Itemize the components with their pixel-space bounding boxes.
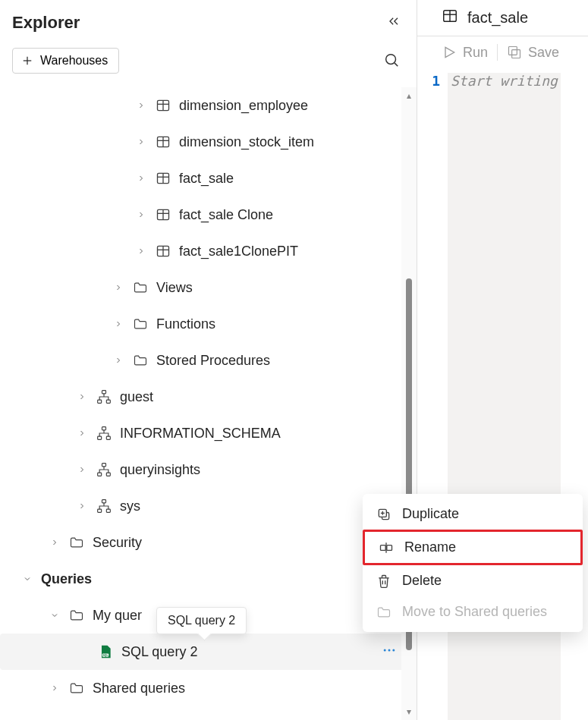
my-queries-label: My quer: [93, 608, 142, 624]
table-icon: [442, 8, 458, 28]
tooltip-text: SQL query 2: [168, 614, 235, 627]
table-label: fact_sale Clone: [179, 207, 273, 223]
chevron-right-icon: [135, 101, 147, 110]
scroll-down-icon[interactable]: ▾: [407, 706, 411, 717]
schema-label: INFORMATION_SCHEMA: [120, 426, 281, 442]
svg-rect-22: [102, 427, 106, 430]
ctx-rename[interactable]: Rename: [363, 530, 583, 565]
sprocs-label: Stored Procedures: [156, 353, 270, 369]
collapse-explorer-button[interactable]: [383, 11, 404, 34]
search-button[interactable]: [380, 49, 403, 74]
schema-label: queryinsights: [120, 462, 200, 478]
folder-icon: [68, 608, 85, 623]
chevron-down-icon: [21, 574, 33, 583]
context-menu: Duplicate Rename Delete Move to Shared q…: [363, 494, 583, 632]
chevron-right-icon: [49, 538, 61, 547]
table-icon: [155, 207, 171, 222]
svg-rect-29: [98, 509, 102, 512]
tree-item-table[interactable]: dimension_stock_item: [0, 124, 410, 160]
table-icon: [155, 98, 171, 113]
schema-label: sys: [120, 498, 140, 514]
table-label: dimension_employee: [179, 98, 308, 114]
tree-item-shared-queries[interactable]: Shared queries: [0, 670, 410, 706]
folder-icon: [68, 535, 85, 550]
svg-point-35: [392, 649, 395, 651]
schema-icon: [96, 389, 112, 404]
tree-item-table[interactable]: fact_sale: [0, 160, 410, 197]
svg-rect-20: [98, 400, 102, 403]
tree-item-table[interactable]: dimension_employee: [0, 87, 410, 124]
run-label: Run: [463, 45, 488, 61]
folder-icon: [68, 681, 85, 696]
add-warehouses-button[interactable]: Warehouses: [12, 48, 119, 74]
svg-rect-41: [512, 50, 520, 58]
tree-item-schema[interactable]: sys: [0, 488, 410, 524]
svg-line-3: [395, 63, 398, 66]
chevron-right-icon: [135, 137, 147, 146]
folder-icon: [132, 353, 149, 368]
delete-icon: [376, 574, 391, 589]
svg-rect-30: [106, 509, 110, 512]
explorer-title: Explorer: [12, 13, 80, 33]
editor-tab[interactable]: fact_sale: [442, 8, 528, 28]
chevron-right-icon: [112, 283, 124, 292]
schema-icon: [96, 498, 112, 514]
save-button[interactable]: Save: [507, 45, 559, 61]
tree-section-queries[interactable]: Queries: [0, 561, 410, 597]
sql-file-icon: SQL: [97, 644, 114, 659]
tree-item-schema[interactable]: guest: [0, 379, 410, 415]
tree-item-stored-procedures[interactable]: Stored Procedures: [0, 342, 410, 379]
svg-rect-19: [102, 391, 106, 394]
table-icon: [155, 134, 171, 149]
explorer-subheader: Warehouses: [0, 45, 417, 87]
chevron-right-icon: [76, 429, 88, 438]
ctx-move-label: Move to Shared queries: [402, 604, 547, 620]
svg-point-2: [386, 54, 396, 64]
run-button[interactable]: Run: [442, 45, 488, 61]
schema-icon: [96, 426, 112, 441]
tree-item-table[interactable]: fact_sale1ClonePIT: [0, 233, 410, 269]
svg-rect-21: [106, 400, 110, 403]
ctx-rename-label: Rename: [404, 539, 456, 555]
svg-text:SQL: SQL: [102, 654, 108, 657]
tree-item-schema[interactable]: queryinsights: [0, 451, 410, 488]
tree-item-table[interactable]: fact_sale Clone: [0, 197, 410, 233]
security-label: Security: [93, 535, 142, 551]
scroll-up-icon[interactable]: ▴: [407, 90, 411, 101]
sql-query-label: SQL query 2: [121, 644, 197, 660]
play-icon: [442, 45, 457, 60]
tab-label: fact_sale: [467, 9, 528, 27]
duplicate-icon: [376, 507, 391, 522]
editor-tab-bar: fact_sale: [417, 0, 588, 36]
more-icon: [382, 643, 397, 658]
queries-label: Queries: [41, 571, 92, 587]
chevron-down-icon: [49, 611, 61, 620]
chevron-right-icon: [49, 684, 61, 693]
tree-item-security[interactable]: Security: [0, 524, 410, 561]
ctx-delete[interactable]: Delete: [363, 565, 583, 596]
tooltip: SQL query 2: [156, 607, 247, 634]
save-as-icon: [507, 45, 522, 60]
rename-icon: [379, 540, 394, 555]
chevrons-left-icon: [386, 14, 401, 29]
chevron-right-icon: [135, 247, 147, 256]
ctx-duplicate[interactable]: Duplicate: [363, 498, 583, 530]
schema-icon: [96, 462, 112, 477]
svg-rect-27: [106, 473, 110, 476]
tree-item-views[interactable]: Views: [0, 269, 410, 306]
chevron-right-icon: [135, 174, 147, 183]
chevron-right-icon: [76, 501, 88, 511]
tree-item-functions[interactable]: Functions: [0, 306, 410, 342]
more-options-button[interactable]: [379, 640, 400, 665]
svg-marker-39: [445, 47, 454, 57]
editor-toolbar: Run Save: [417, 36, 588, 68]
tree-item-schema[interactable]: INFORMATION_SCHEMA: [0, 415, 410, 451]
svg-rect-40: [509, 47, 517, 55]
schema-label: guest: [120, 389, 153, 405]
svg-rect-28: [102, 500, 106, 503]
ctx-move-shared: Move to Shared queries: [363, 596, 583, 627]
table-label: dimension_stock_item: [179, 134, 314, 150]
chevron-right-icon: [135, 210, 147, 219]
folder-icon: [132, 280, 149, 295]
svg-point-34: [388, 649, 391, 651]
